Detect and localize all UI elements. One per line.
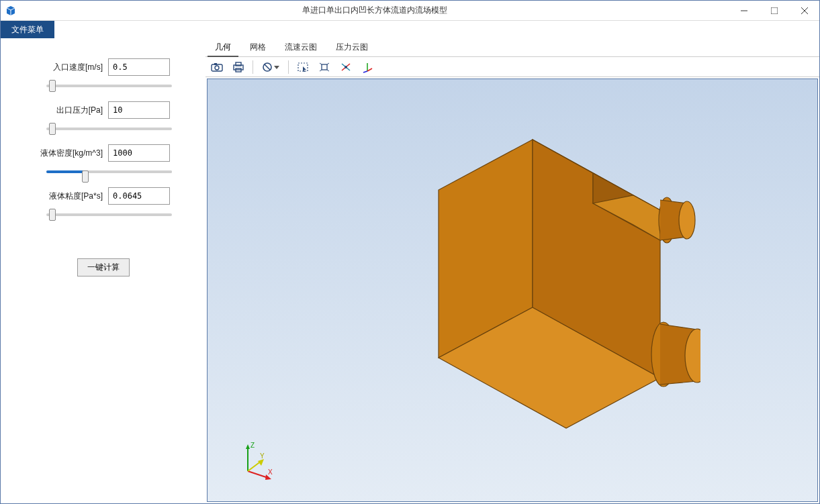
svg-line-20	[320, 70, 322, 71]
outlet-pressure-slider[interactable]	[46, 128, 172, 130]
window-title: 单进口单出口内凹长方体流道内流场模型	[21, 5, 729, 16]
viscosity-slider[interactable]	[46, 213, 172, 216]
svg-line-13	[265, 64, 270, 70]
outlet-pressure-input[interactable]	[108, 101, 170, 119]
svg-line-21	[327, 70, 329, 71]
toolbar-separator	[288, 60, 289, 74]
svg-point-24	[345, 66, 347, 68]
window-controls	[729, 1, 819, 21]
svg-line-26	[367, 68, 372, 71]
viewer-toolbar	[206, 57, 819, 77]
view-tabs: 几何 网格 流速云图 压力云图	[206, 38, 819, 57]
density-slider[interactable]	[46, 170, 172, 173]
tab-velocity[interactable]: 流速云图	[275, 38, 326, 56]
close-button[interactable]	[789, 1, 819, 21]
svg-rect-3	[771, 7, 778, 14]
axis-y-label: Y	[260, 452, 265, 460]
select-box-icon[interactable]	[294, 59, 312, 75]
rotate-icon[interactable]	[337, 59, 355, 75]
inlet-velocity-label: 入口速度[m/s]	[14, 62, 108, 73]
app-icon	[1, 1, 21, 21]
viewer-panel: 几何 网格 流速云图 压力云图	[206, 38, 819, 503]
svg-line-18	[320, 63, 322, 64]
density-label: 液体密度[kg/m^3]	[14, 148, 108, 159]
print-icon[interactable]	[230, 59, 247, 75]
file-menu-button[interactable]: 文件菜单	[1, 21, 54, 38]
svg-line-40	[248, 471, 268, 478]
svg-rect-8	[214, 63, 217, 65]
svg-marker-39	[246, 444, 250, 449]
axis-z-label: Z	[250, 442, 255, 449]
refresh-icon[interactable]	[259, 59, 283, 75]
geometry-model	[324, 103, 700, 478]
minimize-button[interactable]	[729, 1, 759, 21]
inlet-velocity-slider[interactable]	[46, 85, 172, 87]
menubar: 文件菜单	[1, 21, 819, 38]
fit-view-icon[interactable]	[316, 59, 333, 75]
svg-point-35	[679, 201, 695, 239]
axes-icon[interactable]	[359, 59, 376, 75]
inlet-velocity-input[interactable]	[108, 58, 170, 76]
titlebar: 单进口单出口内凹长方体流道内流场模型	[1, 1, 819, 21]
camera-icon[interactable]	[208, 59, 226, 75]
svg-line-27	[363, 71, 367, 72]
toolbar-separator	[253, 60, 253, 74]
svg-line-19	[327, 63, 329, 64]
maximize-button[interactable]	[759, 1, 789, 21]
axis-x-label: X	[268, 468, 273, 476]
tab-mesh[interactable]: 网格	[240, 38, 275, 56]
svg-point-7	[215, 66, 219, 70]
axis-triad: Z X Y	[234, 441, 275, 481]
svg-rect-17	[322, 64, 327, 70]
tab-pressure[interactable]: 压力云图	[326, 38, 377, 56]
outlet-pressure-label: 出口压力[Pa]	[14, 105, 108, 116]
density-input[interactable]	[108, 144, 170, 162]
parameters-panel: 入口速度[m/s] 出口压力[Pa] 液体密度[kg/m^3] 液体粘度[Pa*…	[1, 38, 206, 503]
svg-marker-14	[274, 66, 279, 69]
calculate-button[interactable]: 一键计算	[77, 258, 130, 276]
viscosity-label: 液体粘度[Pa*s]	[14, 191, 108, 202]
viscosity-input[interactable]	[108, 187, 170, 205]
3d-viewport[interactable]: Z X Y	[207, 79, 818, 502]
tab-geometry[interactable]: 几何	[206, 38, 240, 56]
